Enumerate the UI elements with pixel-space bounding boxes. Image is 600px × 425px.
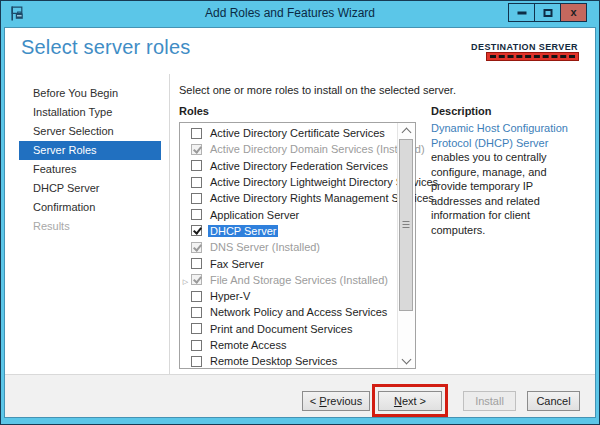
- role-checkbox[interactable]: [191, 128, 202, 139]
- sidebar-item[interactable]: Before You Begin: [19, 84, 161, 103]
- role-row[interactable]: Fax Server: [180, 255, 398, 271]
- maximize-icon: [543, 9, 552, 17]
- role-label: Remote Desktop Services: [208, 355, 339, 367]
- role-row[interactable]: File And Storage Services (Installed): [180, 272, 398, 288]
- chevron-down-icon: [402, 355, 412, 365]
- role-row[interactable]: Active Directory Domain Services (Instal…: [180, 141, 398, 157]
- role-label: DNS Server (Installed): [208, 241, 322, 253]
- role-label: File And Storage Services (Installed): [208, 274, 390, 286]
- description-heading: Description: [431, 105, 492, 117]
- role-checkbox[interactable]: [191, 323, 202, 334]
- sidebar-item[interactable]: Server Selection: [19, 122, 161, 141]
- page-title: Select server roles: [21, 36, 190, 59]
- wizard-window: Add Roles and Features Wizard x Select s…: [0, 0, 600, 425]
- cancel-button[interactable]: Cancel: [527, 391, 580, 411]
- role-checkbox[interactable]: [191, 177, 202, 188]
- window-title: Add Roles and Features Wizard: [91, 6, 489, 20]
- title-bar[interactable]: Add Roles and Features Wizard x: [1, 1, 599, 26]
- maximize-button[interactable]: [534, 3, 561, 22]
- role-label: Network Policy and Access Services: [208, 306, 389, 318]
- expand-arrow-icon[interactable]: [180, 271, 191, 289]
- role-row[interactable]: Network Policy and Access Services: [180, 304, 398, 320]
- description-panel: Dynamic Host Configuration Protocol (DHC…: [431, 121, 585, 237]
- role-row[interactable]: Remote Access: [180, 337, 398, 353]
- role-checkbox[interactable]: [191, 307, 202, 318]
- scroll-up-button[interactable]: [398, 123, 415, 138]
- roles-list: Active Directory Certificate ServicesAct…: [180, 125, 398, 369]
- role-label: DHCP Server: [208, 225, 278, 237]
- footer-bar: < Previous Next > Install Cancel: [5, 374, 595, 417]
- minimize-button[interactable]: [508, 3, 535, 22]
- server-manager-flag-icon: [9, 5, 26, 22]
- scrollbar-thumb[interactable]: [399, 139, 413, 311]
- role-label: Fax Server: [208, 258, 266, 270]
- wizard-content: Select server roles DESTINATION SERVER B…: [4, 27, 596, 418]
- close-icon: x: [570, 7, 576, 18]
- role-row[interactable]: Active Directory Rights Management Servi…: [180, 190, 398, 206]
- install-button[interactable]: Install: [463, 391, 516, 411]
- role-checkbox[interactable]: [191, 209, 202, 220]
- sidebar-item[interactable]: Features: [19, 160, 161, 179]
- role-row[interactable]: Hyper-V: [180, 288, 398, 304]
- description-role-name: Dynamic Host Configuration Protocol (DHC…: [431, 122, 568, 149]
- role-checkbox[interactable]: [191, 340, 202, 351]
- next-button[interactable]: Next >: [378, 391, 442, 411]
- role-row[interactable]: Active Directory Lightweight Directory S…: [180, 174, 398, 190]
- instruction-text: Select one or more roles to install on t…: [179, 84, 456, 96]
- role-row[interactable]: DNS Server (Installed): [180, 239, 398, 255]
- roles-scrollbar[interactable]: [397, 123, 415, 368]
- description-body: enables you to centrally configure, mana…: [431, 151, 547, 236]
- sidebar-item[interactable]: Confirmation: [19, 198, 161, 217]
- close-button[interactable]: x: [560, 3, 587, 22]
- window-controls: x: [509, 3, 587, 22]
- role-checkbox[interactable]: [191, 160, 202, 171]
- role-checkbox[interactable]: [191, 291, 202, 302]
- sidebar-item[interactable]: Installation Type: [19, 103, 161, 122]
- roles-listbox: Active Directory Certificate ServicesAct…: [179, 122, 416, 369]
- roles-list-label: Roles: [179, 105, 209, 117]
- destination-server-label: DESTINATION SERVER: [471, 42, 578, 52]
- role-row[interactable]: Remote Desktop Services: [180, 353, 398, 369]
- role-label: Application Server: [208, 209, 301, 221]
- minimize-icon: [517, 12, 526, 15]
- role-row[interactable]: Active Directory Federation Services: [180, 158, 398, 174]
- chevron-up-icon: [402, 128, 412, 138]
- role-checkbox[interactable]: [191, 225, 202, 236]
- sidebar-item[interactable]: Results: [19, 217, 161, 236]
- role-label: Active Directory Certificate Services: [208, 127, 387, 139]
- role-checkbox[interactable]: [191, 356, 202, 367]
- wizard-sidebar: Before You BeginInstallation TypeServer …: [19, 84, 161, 236]
- role-checkbox[interactable]: [191, 144, 202, 155]
- role-row[interactable]: Active Directory Certificate Services: [180, 125, 398, 141]
- sidebar-item[interactable]: Server Roles: [19, 141, 161, 160]
- role-row[interactable]: Application Server: [180, 206, 398, 222]
- role-checkbox[interactable]: [191, 274, 202, 285]
- role-label: Print and Document Services: [208, 323, 354, 335]
- role-label: Hyper-V: [208, 290, 252, 302]
- role-row[interactable]: Print and Document Services: [180, 321, 398, 337]
- server-name-redaction-box: [486, 52, 579, 61]
- role-row[interactable]: DHCP Server: [180, 223, 398, 239]
- scroll-down-button[interactable]: [398, 353, 415, 368]
- role-label: Active Directory Domain Services (Instal…: [208, 143, 427, 155]
- role-label: Remote Access: [208, 339, 288, 351]
- sidebar-divider: [169, 74, 170, 376]
- role-checkbox[interactable]: [191, 258, 202, 269]
- scrollbar-grip-icon: [403, 221, 410, 222]
- previous-button[interactable]: < Previous: [302, 391, 370, 411]
- role-checkbox[interactable]: [191, 193, 202, 204]
- sidebar-item[interactable]: DHCP Server: [19, 179, 161, 198]
- role-label: Active Directory Federation Services: [208, 160, 390, 172]
- role-checkbox[interactable]: [191, 242, 202, 253]
